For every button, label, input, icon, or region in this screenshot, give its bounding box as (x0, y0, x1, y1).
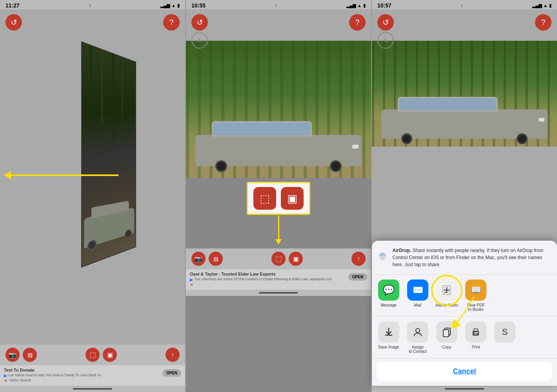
phone-panel-1: 11:27 ↑ ▂▄▆ ▲ ▮ ↺ ? ↻ (0, 0, 185, 392)
ad-title-2: Oast & Taylor - Trusted Elder Law Expert… (190, 272, 367, 276)
signal-icon-1: ▂▄▆ (160, 3, 170, 8)
share-button-2[interactable]: ↑ (351, 252, 366, 266)
undo-button-2[interactable]: ↺ (191, 14, 208, 31)
svg-point-9 (473, 332, 474, 333)
airdrop-text: AirDrop. Share instantly with people nea… (393, 247, 551, 268)
ad-line1-2: Our Attorneys Are Some Of The Leaders In… (195, 277, 332, 282)
ad-blue-icon-2: ▶ (190, 277, 193, 282)
status-arrow-2: ↑ (275, 3, 277, 8)
svg-point-0 (379, 252, 387, 261)
share-button-1[interactable]: ↑ (166, 348, 180, 362)
frame-button-1a[interactable]: ⬚ (86, 348, 100, 362)
main-content-3: AirDrop. Share instantly with people nea… (372, 147, 557, 386)
share-item-message[interactable]: 💬 Message (375, 279, 402, 312)
yellow-arrow (4, 171, 118, 179)
yellow-box: ⬚ ▣ (247, 182, 310, 215)
status-time-3: 10:57 (377, 2, 391, 9)
action-assign-contact[interactable]: Assignto Contact (404, 321, 431, 354)
home-indicator-2 (186, 290, 371, 296)
battery-icon-2: ▮ (363, 3, 366, 8)
status-bar-1: 11:27 ↑ ▂▄▆ ▲ ▮ (0, 0, 185, 9)
ad-title-1: Text To Donate (4, 368, 181, 372)
airdrop-body: Share instantly with people nearby. If t… (393, 248, 544, 267)
battery-icon-3: ▮ (549, 3, 552, 8)
action-save-image[interactable]: Save Image (375, 321, 402, 354)
ad-open-btn-2[interactable]: OPEN (348, 273, 367, 281)
ad-open-btn-1[interactable]: OPEN (162, 369, 181, 377)
home-bar-1 (73, 388, 112, 390)
yellow-pointer-down (275, 216, 282, 245)
status-icons-3: ▂▄▆ ▲ ▮ (532, 3, 552, 8)
message-label: Message (381, 303, 397, 307)
svg-rect-5 (443, 330, 449, 337)
message-icon: 💬 (378, 279, 399, 301)
mail-label: Mail (414, 303, 421, 307)
ad-blue-icon-1: ▶ (4, 373, 7, 378)
camera-button-1[interactable]: 📷 (5, 348, 20, 362)
svg-rect-8 (474, 333, 478, 335)
status-bar-2: 10:55 ↑ ▂▄▆ ▲ ▮ (186, 0, 371, 9)
car-photo-top-2 (186, 41, 371, 178)
yellow-box-icon-2[interactable]: ▣ (281, 187, 304, 210)
undo-button-3[interactable]: ↺ (377, 14, 394, 31)
redo-button-2[interactable]: ↻ (191, 32, 208, 49)
help-button-3[interactable]: ? (535, 14, 552, 31)
ad-line1-1: Let Yahoo Search Help You Find a Charity… (9, 373, 102, 377)
status-icons-2: ▂▄▆ ▲ ▮ (346, 3, 366, 8)
yellow-box-icon-1[interactable]: ⬚ (253, 187, 276, 210)
car-photo-bottom-2: ⬚ ▣ (186, 178, 371, 249)
battery-icon-1: ▮ (177, 3, 180, 8)
camera-button-2[interactable]: 📷 (191, 252, 206, 266)
stack-button-2[interactable]: ▤ (209, 252, 223, 266)
home-bar-2 (259, 292, 298, 294)
car-tilted-image (81, 41, 136, 268)
ad-x-icon-2: ✕ (190, 282, 193, 287)
arrow-head (4, 171, 11, 179)
wifi-icon-1: ▲ (171, 3, 176, 8)
redo-button-3[interactable]: ↻ (377, 32, 394, 49)
assign-contact-label: Assignto Contact (409, 345, 427, 354)
status-icons-1: ▂▄▆ ▲ ▮ (160, 3, 180, 8)
airdrop-section: AirDrop. Share instantly with people nea… (372, 241, 557, 275)
home-bar-3 (445, 388, 484, 390)
frame-button-1b[interactable]: ▣ (103, 348, 117, 362)
undo-button-1[interactable]: ↺ (5, 14, 22, 31)
phone-panel-3: 10:57 ↑ ▂▄▆ ▲ ▮ ↺ ? ↻ (371, 0, 557, 392)
frame-button-2b[interactable]: ▣ (289, 252, 303, 266)
status-time-1: 11:27 (5, 2, 20, 9)
share-sheet: AirDrop. Share instantly with people nea… (372, 241, 557, 386)
ad-line2-1: Yahoo Search (9, 378, 31, 382)
status-arrow-1: ↑ (89, 3, 91, 8)
stack-button-1[interactable]: ▤ (23, 348, 37, 362)
share-item-mail[interactable]: ✉️ Mail (404, 279, 431, 312)
car-photo-top-3 (372, 41, 557, 147)
save-image-label: Save Image (378, 345, 399, 349)
ad-banner-1: Text To Donate ▶ Let Yahoo Search Help Y… (0, 365, 185, 386)
signal-icon-3: ▂▄▆ (532, 3, 542, 8)
print-label: Print (472, 345, 480, 349)
bottom-toolbar-1: 📷 ▤ ⬚ ▣ ↑ (0, 345, 185, 365)
airdrop-title: AirDrop. (393, 248, 411, 253)
ad-x-icon-1: ✕ (4, 378, 7, 383)
yellow-ptr-line (450, 296, 497, 329)
ad-banner-2: Oast & Taylor - Trusted Elder Law Expert… (186, 269, 371, 290)
frame-button-2a[interactable]: ⬚ (271, 252, 286, 266)
svg-point-3 (416, 328, 420, 332)
cancel-button[interactable]: Cancel (377, 362, 552, 381)
phone-panel-2: 10:55 ↑ ▂▄▆ ▲ ▮ ↺ ? ↻ (185, 0, 371, 392)
bottom-toolbar-2: 📷 ▤ ⬚ ▣ ↑ (186, 249, 371, 269)
arrow-line (11, 174, 118, 176)
home-indicator-3 (372, 386, 557, 392)
redo-button-1[interactable]: ↻ (5, 32, 22, 49)
help-button-1[interactable]: ? (163, 14, 180, 31)
help-button-2[interactable]: ? (349, 14, 366, 31)
assign-contact-icon (407, 321, 428, 343)
main-content-1 (0, 41, 185, 345)
signal-icon-2: ▂▄▆ (346, 3, 356, 8)
copy-label: Copy (442, 345, 451, 349)
status-bar-3: 10:57 ↑ ▂▄▆ ▲ ▮ (372, 0, 557, 9)
wifi-icon-3: ▲ (543, 3, 548, 8)
status-time-2: 10:55 (191, 2, 206, 9)
save-image-icon (378, 321, 399, 343)
mail-icon: ✉️ (407, 279, 428, 301)
